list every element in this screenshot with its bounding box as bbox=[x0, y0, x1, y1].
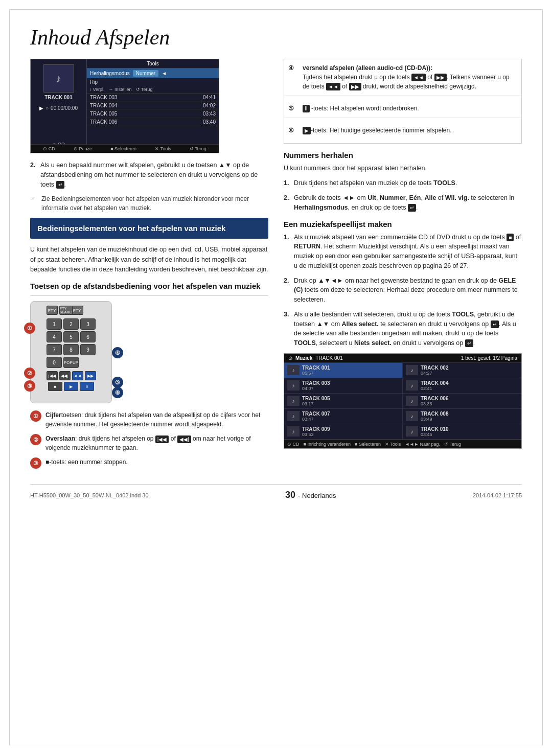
ml-track-item-008[interactable]: ♪ TRACK 008 03:49 bbox=[403, 409, 521, 424]
ml-title-text: Muziek bbox=[295, 355, 312, 361]
cd-nav-instellen: ↔ Instellen bbox=[109, 87, 132, 92]
cd-right-panel: Tools Herhalingsmodus Nummer ◄ Rip ⁝ Ver… bbox=[87, 59, 219, 153]
nummers-herhalen-title: Nummers herhalen bbox=[284, 151, 522, 159]
ml-bottom-bar: ⊙ CD ■ Inrichting veranderen ■ Selectere… bbox=[284, 440, 521, 448]
ml-track-item-007[interactable]: ♪ TRACK 007 03:47 bbox=[284, 409, 403, 424]
right-text-6: ▶-toets: Het huidige geselecteerde numme… bbox=[303, 126, 452, 135]
callout-num-3: ③ bbox=[30, 457, 41, 469]
ml-track-item-001[interactable]: ♪ TRACK 001 05:57 bbox=[284, 363, 403, 378]
remote-btn-8[interactable]: 8 bbox=[63, 344, 79, 355]
ml-track-icon-008: ♪ bbox=[406, 411, 418, 421]
music-list-screen: ⊙ Muziek TRACK 001 1 best. gesel. 1/2 Pa… bbox=[284, 353, 522, 449]
section-box: Bedieningselementen voor het afspelen va… bbox=[30, 218, 268, 239]
cd-track-item-003: TRACK 00304:41 bbox=[87, 94, 219, 102]
ml-track-item-010[interactable]: ♪ TRACK 010 03:45 bbox=[403, 424, 521, 440]
cd-time: 00:00/00:00 bbox=[51, 105, 78, 111]
page-footer: HT-H5500_00W_30_50_50W-NL_0402.indd 30 3… bbox=[30, 484, 522, 500]
right-item-4: ④ versneld afspelen (alleen audio-cd (CD… bbox=[284, 59, 521, 96]
ml-track-item-003[interactable]: ♪ TRACK 003 04:07 bbox=[284, 378, 403, 394]
ml-track-info-010: TRACK 010 03:45 bbox=[421, 426, 448, 437]
remote-btn-4[interactable]: 4 bbox=[47, 331, 62, 342]
footer-right: 2014-04-02 1:17:55 bbox=[473, 492, 522, 498]
ml-track-item-004[interactable]: ♪ TRACK 004 03:41 bbox=[403, 378, 521, 394]
cd-track-item-004: TRACK 00404:02 bbox=[87, 102, 219, 110]
callout-row-2: ② Overslaan: druk tijdens het afspelen o… bbox=[30, 434, 268, 452]
remote-btn-0[interactable]: 0 bbox=[47, 357, 62, 368]
page-title: Inhoud Afspelen bbox=[30, 25, 522, 50]
bullet-item-2: 2. Als u een bepaald nummer wilt afspele… bbox=[30, 161, 268, 189]
cd-disc-icon: ○ bbox=[45, 105, 49, 111]
remote-btn-6[interactable]: 6 bbox=[80, 331, 96, 342]
cd-menu-row: Herhalingsmodus Nummer ◄ bbox=[87, 68, 219, 78]
page-number: 30 - Nederlands bbox=[285, 490, 336, 500]
section-box-title: Bedieningselementen voor het afspelen va… bbox=[37, 223, 261, 234]
remote-btn-3[interactable]: 3 bbox=[80, 318, 96, 330]
remote-btn-5[interactable]: 5 bbox=[63, 331, 79, 342]
remote-num-grid: 1 2 3 4 5 6 7 8 9 0 POPUP bbox=[47, 318, 96, 368]
ml-track-icon-007: ♪ bbox=[287, 411, 300, 421]
nummers-herhalen-intro: U kunt nummers door het apparaat laten h… bbox=[284, 164, 522, 173]
ml-page-info: 1 best. gesel. 1/2 Pagina bbox=[461, 355, 517, 361]
callout-text-3: ■-toets: een nummer stoppen. bbox=[45, 457, 128, 467]
ml-track-icon-004: ♪ bbox=[406, 380, 418, 391]
ml-disc-icon: ⊙ bbox=[288, 355, 292, 361]
ml-item-3: 3. Als u alle bestanden wilt selecteren,… bbox=[284, 310, 522, 348]
remote-pause[interactable]: II bbox=[80, 382, 94, 391]
nh-item-2: 2. Gebruik de toets ◄► om Uit, Nummer, E… bbox=[284, 193, 522, 213]
ml-grid: ♪ TRACK 001 05:57 ♪ TRACK 002 04:27 bbox=[284, 363, 521, 440]
remote-btn-7[interactable]: 7 bbox=[47, 344, 62, 355]
cd-nav-verpl: ⁝ Verpl. bbox=[90, 87, 105, 92]
remote-play[interactable]: ▶ bbox=[64, 382, 78, 391]
ml-track-item-005[interactable]: ♪ TRACK 005 03:17 bbox=[284, 394, 403, 409]
ml-track-item-009[interactable]: ♪ TRACK 009 03:53 bbox=[284, 424, 403, 440]
cd-menu-herhalingsmodus: Herhalingsmodus bbox=[90, 71, 130, 76]
badge-6-pos: ⑥ bbox=[112, 387, 123, 398]
callout-badge-1: ① bbox=[24, 323, 35, 334]
ml-item-2: 2. Druk op ▲▼◄► om naar het gewenste bes… bbox=[284, 276, 522, 305]
cd-bottom-bar: ⊙ CD ⊙ Pauze ■ Selecteren ✕ Tools ↺ Teru… bbox=[31, 144, 219, 153]
remote-btn-1[interactable]: 1 bbox=[47, 318, 62, 330]
remote-transport-row1: |◀◀ ◀◀| ◄◄ ▶▶ bbox=[47, 371, 96, 380]
remote-fn-pty-minus[interactable]: PTY- bbox=[72, 306, 83, 315]
remote-btn-popup[interactable]: POPUP bbox=[63, 357, 79, 368]
remote-rewind[interactable]: ◄◄ bbox=[72, 371, 83, 380]
remote-fn-labels: PTY PTY SEARCH PTY- bbox=[47, 306, 96, 315]
cd-track-label: TRACK 001 bbox=[44, 95, 72, 100]
ml-track-info-003: TRACK 003 04:07 bbox=[302, 380, 330, 391]
callout-num-2: ② bbox=[30, 434, 41, 445]
right-num-6: ⑥ bbox=[288, 126, 300, 135]
ml-track-icon-009: ♪ bbox=[287, 426, 300, 437]
footer-left: HT-H5500_00W_30_50_50W-NL_0402.indd 30 bbox=[30, 492, 149, 498]
remote-btn-2[interactable]: 2 bbox=[63, 318, 79, 330]
remote-next-track[interactable]: ◀◀| bbox=[59, 371, 71, 380]
remote-stop[interactable]: ■ bbox=[48, 382, 62, 391]
toetsen-section-title: Toetsen op de afstandsbediening voor het… bbox=[30, 282, 268, 290]
ml-track-item-002[interactable]: ♪ TRACK 002 04:27 bbox=[403, 363, 521, 378]
ml-track-info-006: TRACK 006 03:35 bbox=[421, 396, 448, 406]
remote-diagram: PTY PTY SEARCH PTY- 1 2 3 4 5 6 7 bbox=[30, 301, 112, 403]
cd-rip-row: Rip bbox=[87, 78, 219, 86]
cd-play-icon: ▶ bbox=[39, 105, 43, 111]
nh-item-1: 1. Druk tijdens het afspelen van muziek … bbox=[284, 178, 522, 188]
ml-track-item-006[interactable]: ♪ TRACK 006 03:35 bbox=[403, 394, 521, 409]
ml-track-icon-002: ♪ bbox=[406, 365, 418, 375]
content-columns: ♪ TRACK 001 ▶ ○ 00:00/00:00 ⊙ CD Tools bbox=[30, 59, 522, 474]
ml-track-icon-006: ♪ bbox=[406, 396, 418, 406]
ml-track-info-002: TRACK 002 04:27 bbox=[421, 365, 448, 376]
callout-badge-6: ⑥ bbox=[112, 387, 123, 398]
badge-2-pos: ② bbox=[24, 368, 35, 379]
callout-row-1: ① Cijfertoetsen: druk tijdens het afspel… bbox=[30, 410, 268, 429]
remote-fastforward[interactable]: ▶▶ bbox=[85, 371, 96, 380]
callout-text-1: Cijfertoetsen: druk tijdens het afspelen… bbox=[45, 410, 268, 429]
cd-nav-row: ⁝ Verpl. ↔ Instellen ↺ Terug bbox=[87, 86, 219, 94]
callout-badge-5: ⑤ bbox=[112, 377, 123, 388]
ml-title: ⊙ Muziek TRACK 001 bbox=[288, 355, 343, 361]
remote-btn-9[interactable]: 9 bbox=[80, 344, 96, 355]
remote-prev-track[interactable]: |◀◀ bbox=[47, 371, 58, 380]
cd-menu-arrow: ◄ bbox=[162, 71, 167, 76]
badge-5-pos: ⑤ bbox=[112, 377, 123, 388]
right-num-4: ④ bbox=[288, 63, 300, 91]
badge-1-pos: ① bbox=[24, 323, 35, 334]
remote-fn-pty[interactable]: PTY bbox=[47, 306, 58, 315]
callout-badge-3: ③ bbox=[24, 380, 35, 392]
